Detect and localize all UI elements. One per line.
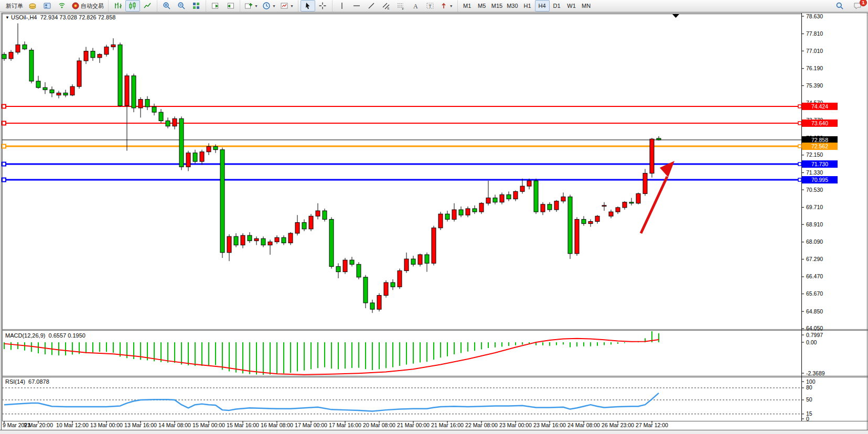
account-history-icon (43, 2, 51, 10)
dropdown-arrow-icon[interactable]: ▼ (254, 4, 258, 8)
arrows-button[interactable]: ▼ (437, 0, 455, 12)
svg-text:F: F (402, 7, 404, 10)
svg-text:10 Mar 12:00: 10 Mar 12:00 (56, 422, 89, 428)
chat-button[interactable]: 1 (850, 0, 865, 12)
horizontal-line-icon (352, 2, 361, 10)
svg-text:22 Mar 08:00: 22 Mar 08:00 (465, 422, 498, 428)
zoom-out-button[interactable] (174, 0, 189, 12)
rsi-value: 67.0878 (28, 378, 49, 385)
svg-text:16 Mar 08:00: 16 Mar 08:00 (261, 422, 293, 428)
svg-text:21 Mar 16:00: 21 Mar 16:00 (431, 422, 464, 428)
tf-d1[interactable]: D1 (550, 0, 564, 12)
auto-scroll-button[interactable] (208, 0, 223, 12)
candlestick-button[interactable] (125, 0, 140, 12)
toolbar: 新订单自动交易▼▼▼EFAT▼M1M5M15M30H1H4D1W1MN1 (0, 0, 868, 12)
label-button[interactable]: T (423, 0, 437, 12)
tile-windows-button[interactable] (189, 0, 203, 12)
channel-button[interactable]: E (379, 0, 393, 12)
period-button[interactable]: ▼ (260, 0, 278, 12)
chart-shift-button[interactable] (223, 0, 238, 12)
tf-h1[interactable]: H1 (520, 0, 535, 12)
candlestick-icon (128, 2, 137, 10)
svg-text:23 Mar 16:00: 23 Mar 16:00 (533, 422, 566, 428)
new-order-button[interactable]: 新订单 (4, 0, 25, 12)
horizontal-line-button[interactable] (349, 0, 364, 12)
new-chart-button[interactable]: ▼ (242, 0, 260, 12)
tf-m15[interactable]: M15 (489, 0, 505, 12)
tile-windows-icon (192, 2, 200, 10)
autotrade-icon (71, 2, 80, 10)
zoom-in-icon (163, 2, 171, 10)
trendline-button[interactable] (364, 0, 379, 12)
tf-m30-label: M30 (507, 3, 518, 9)
vertical-line-button[interactable] (335, 0, 349, 12)
tf-m5[interactable]: M5 (475, 0, 489, 12)
toolbar-group-scroll (206, 1, 240, 12)
symbol-title: USOil-,H4 (11, 14, 37, 20)
fibonacci-icon: F (397, 2, 405, 10)
tf-d1-label: D1 (553, 3, 561, 9)
tf-w1[interactable]: W1 (564, 0, 579, 12)
tf-m30[interactable]: M30 (505, 0, 520, 12)
crosshair-button[interactable] (315, 0, 330, 12)
search-button[interactable] (832, 0, 847, 12)
dropdown-arrow-icon[interactable]: ▼ (449, 4, 453, 8)
fibonacci-button[interactable]: F (393, 0, 408, 12)
macd-indicator-label: MACD(12,26,9) 0.6557 0.1950 (5, 332, 85, 339)
toolbar-group-orders: 新订单自动交易 (2, 1, 108, 12)
toolbar-group-drawing: EFAT▼ (332, 1, 457, 12)
price-axis[interactable] (801, 13, 864, 421)
tf-m1[interactable]: M1 (460, 0, 475, 12)
svg-text:15 Mar 16:00: 15 Mar 16:00 (227, 422, 259, 428)
date-axis[interactable]: 9 Mar 20239 Mar 20:0010 Mar 12:0013 Mar … (3, 421, 668, 428)
chart-plot-area[interactable] (2, 13, 801, 329)
tf-m15-label: M15 (491, 3, 502, 9)
tf-h4[interactable]: H4 (535, 0, 550, 12)
search-icon (835, 2, 844, 10)
toolbar-group-timeframes: M1M5M15M30H1H4D1W1MN (457, 1, 596, 12)
coins-icon (28, 2, 37, 10)
crosshair-icon (318, 2, 327, 10)
macd-values: 0.6557 0.1950 (49, 332, 85, 339)
macd-name: MACD(12,26,9) (5, 332, 45, 339)
signal-button[interactable] (55, 0, 69, 12)
svg-text:24 Mar 08:00: 24 Mar 08:00 (567, 422, 600, 428)
tf-mn[interactable]: MN (579, 0, 594, 12)
text-button[interactable]: A (408, 0, 423, 12)
svg-text:14 Mar 08:00: 14 Mar 08:00 (158, 422, 191, 428)
auto-trading-button-label: 自动交易 (81, 2, 104, 10)
tf-h4-label: H4 (539, 3, 546, 9)
svg-text:E: E (387, 7, 389, 10)
template-button[interactable]: ▼ (278, 0, 296, 12)
deposit-button[interactable] (25, 0, 40, 12)
svg-text:17 Mar 00:00: 17 Mar 00:00 (295, 422, 327, 428)
line-chart-button[interactable] (140, 0, 155, 12)
dropdown-arrow-icon[interactable]: ▼ (272, 4, 276, 8)
zoom-in-button[interactable] (159, 0, 174, 12)
notification-badge: 1 (860, 0, 867, 6)
quote-ohlc-values: 72.934 73.028 72.826 72.858 (40, 14, 116, 20)
dropdown-arrow-icon[interactable]: ▼ (290, 4, 294, 8)
tf-h1-label: H1 (524, 3, 531, 9)
text-icon: A (411, 2, 420, 10)
tf-mn-label: MN (582, 3, 591, 9)
text-label-icon: T (426, 2, 434, 10)
auto-trading-button[interactable]: 自动交易 (69, 0, 106, 12)
signal-icon (58, 2, 66, 10)
symbol-dropdown-icon[interactable]: ▼ (5, 15, 9, 20)
rsi-name: RSI(14) (5, 378, 25, 385)
bar-chart-button[interactable] (111, 0, 125, 12)
history-button[interactable] (40, 0, 55, 12)
arrows-icon (440, 2, 448, 10)
rsi-indicator-label: RSI(14) 67.0878 (5, 378, 49, 385)
symbol-ohlc-label: ▼ USOil-,H4 72.934 73.028 72.826 72.858 (5, 14, 115, 20)
cursor-button[interactable] (301, 0, 315, 12)
svg-text:9 Mar 20:00: 9 Mar 20:00 (24, 422, 53, 428)
chart-window[interactable]: 78.63077.81077.01076.19075.39074.57073.7… (0, 0, 868, 434)
clock-icon (262, 2, 271, 10)
template-icon (280, 2, 288, 10)
svg-text:13 Mar 16:00: 13 Mar 16:00 (124, 422, 157, 428)
vertical-line-icon (338, 2, 346, 10)
new-chart-icon (244, 2, 253, 10)
toolbar-group-new-objects: ▼▼▼ (240, 1, 298, 12)
